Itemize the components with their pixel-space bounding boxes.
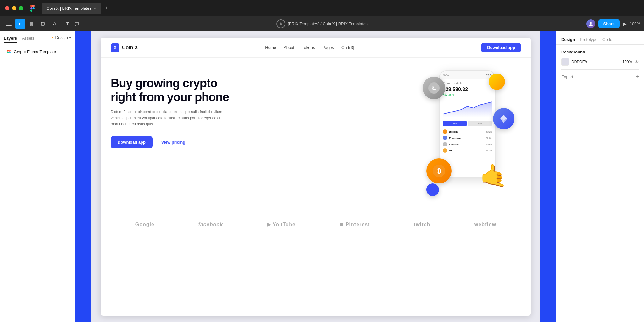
text-tool[interactable]: T (60, 19, 70, 29)
blue-left-strip (75, 31, 91, 322)
coin-list: Bitcoin $42k Ethereum $2.8k (443, 129, 492, 153)
svg-rect-1 (32, 22, 33, 24)
new-tab-button[interactable]: + (102, 5, 111, 12)
dai-price: $1.00 (486, 149, 492, 152)
visibility-toggle-icon[interactable]: 👁 (635, 59, 639, 64)
hero-buttons: Download app View pricing (111, 136, 230, 148)
phone-action-buttons: Buy Sell (443, 121, 492, 126)
toolbar-right: Share ▶ 100% (586, 19, 640, 28)
background-hex-value[interactable]: DDDDE9 (571, 60, 617, 64)
facebook-logo: facebook (198, 222, 223, 227)
svg-rect-4 (41, 22, 44, 25)
phone-mockup: 9:41●●● Current portfolio $28,580.32 +$2… (439, 70, 496, 177)
layer-item-crypto[interactable]: Crypto Figma Template (4, 47, 71, 56)
hero-description: Dictum fusce ut placerat orci nulla pell… (111, 109, 230, 127)
hamburger-icon (6, 22, 12, 22)
coin-row-bitcoin: Bitcoin $42k (443, 129, 492, 134)
bitcoin-name: Bitcoin (449, 130, 458, 133)
figma-layer-icon (6, 49, 11, 54)
hamburger-icon (6, 25, 12, 26)
background-color-swatch[interactable] (561, 58, 569, 66)
export-row: Export + (561, 74, 639, 80)
webflow-logo: webflow (474, 222, 496, 227)
litecoin-icon (443, 142, 447, 146)
user-avatar[interactable] (586, 19, 595, 28)
nav-pages[interactable]: Pages (322, 45, 334, 50)
tab-bar: Coin X | BRIX Templates × + (42, 3, 111, 14)
toolbar-left: T (4, 19, 82, 29)
download-app-button[interactable]: Download app (111, 136, 153, 148)
design-frame: X Coin X Home About Tokens Pages Cart(3)… (101, 38, 531, 316)
dai-name: DAI (449, 149, 453, 152)
site-logo: X Coin X (111, 43, 138, 52)
tab-layers[interactable]: Layers (4, 34, 17, 43)
nav-cart[interactable]: Cart(3) (341, 45, 354, 50)
maximize-button[interactable] (19, 6, 23, 10)
ethereum-icon (443, 136, 447, 140)
tab-design[interactable]: Design (561, 35, 575, 44)
pinterest-logo: ⊕ Pinterest (339, 221, 370, 227)
litecoin-price: $180 (486, 143, 492, 146)
select-tool[interactable] (15, 19, 25, 29)
portfolio-value: $28,580.32 (443, 87, 492, 92)
share-button[interactable]: Share (598, 19, 620, 28)
ethereum-price: $2.8k (486, 137, 492, 139)
svg-point-10 (7, 52, 9, 53)
tab-prototype[interactable]: Prototype (580, 35, 597, 44)
google-logo: Google (135, 222, 154, 227)
hero-text: Buy growing crypto right from your phone… (111, 70, 230, 148)
svg-rect-3 (32, 24, 33, 25)
ethereum-coin (493, 108, 514, 129)
nav-home[interactable]: Home (265, 45, 276, 50)
svg-point-11 (9, 52, 11, 53)
design-tab-button[interactable]: Design ▾ (50, 34, 71, 43)
svg-text:₿: ₿ (437, 167, 441, 175)
background-opacity-value[interactable]: 100% (619, 60, 632, 64)
tab-assets[interactable]: Assets (22, 34, 34, 43)
twitch-logo: twitch (414, 222, 430, 227)
right-panel: Design Prototype Code Background DDDDE9 … (556, 31, 644, 322)
hamburger-icon (6, 24, 12, 24)
export-add-button[interactable]: + (636, 74, 639, 80)
minimize-button[interactable] (12, 6, 16, 10)
youtube-logo: ▶ YouTube (267, 221, 296, 227)
pen-tool[interactable] (49, 19, 59, 29)
close-button[interactable] (5, 6, 9, 10)
sell-btn: Sell (468, 121, 492, 126)
traffic-lights (5, 6, 23, 10)
menu-button[interactable] (4, 19, 14, 29)
bitcoin-coin: ₿ (426, 158, 452, 183)
shape-tool[interactable] (38, 19, 48, 29)
tab-close-icon[interactable]: × (94, 6, 96, 10)
nav-tokens[interactable]: Tokens (302, 45, 315, 50)
active-tab[interactable]: Coin X | BRIX Templates × (42, 3, 101, 14)
right-panel-content: Background DDDDE9 100% 👁 Export + (556, 45, 644, 322)
play-button[interactable]: ▶ (623, 21, 627, 27)
comment-tool[interactable] (72, 19, 82, 29)
export-label: Export (561, 74, 573, 79)
chart-area (443, 99, 492, 117)
svg-point-8 (7, 50, 9, 52)
left-sidebar: Layers Assets Design ▾ Crypto Figma Temp… (0, 31, 75, 322)
blue-right-strip (540, 31, 556, 322)
phone-status-bar: 9:41●●● (440, 71, 495, 79)
sidebar-content: Crypto Figma Template (0, 43, 75, 322)
svg-rect-0 (30, 22, 31, 24)
canvas-area[interactable]: X Coin X Home About Tokens Pages Cart(3)… (75, 31, 556, 322)
hero-title: Buy growing crypto right from your phone (111, 77, 230, 104)
svg-point-9 (9, 50, 11, 52)
litecoin-coin: Ł (423, 77, 445, 99)
frame-tool[interactable] (26, 19, 36, 29)
ethereum-name: Ethereum (449, 137, 461, 139)
right-panel-tabs: Design Prototype Code (556, 31, 644, 45)
view-pricing-button[interactable]: View pricing (156, 136, 190, 148)
gold-coin (489, 74, 505, 90)
nav-about[interactable]: About (284, 45, 294, 50)
nav-download-button[interactable]: Download app (481, 43, 521, 52)
zoom-control[interactable]: 100% (630, 21, 640, 26)
tab-code[interactable]: Code (602, 35, 612, 44)
buy-btn: Buy (443, 121, 467, 126)
tab-title: Coin X | BRIX Templates (47, 6, 92, 11)
background-section-header: Background (561, 50, 639, 54)
layer-item-label: Crypto Figma Template (14, 49, 56, 54)
